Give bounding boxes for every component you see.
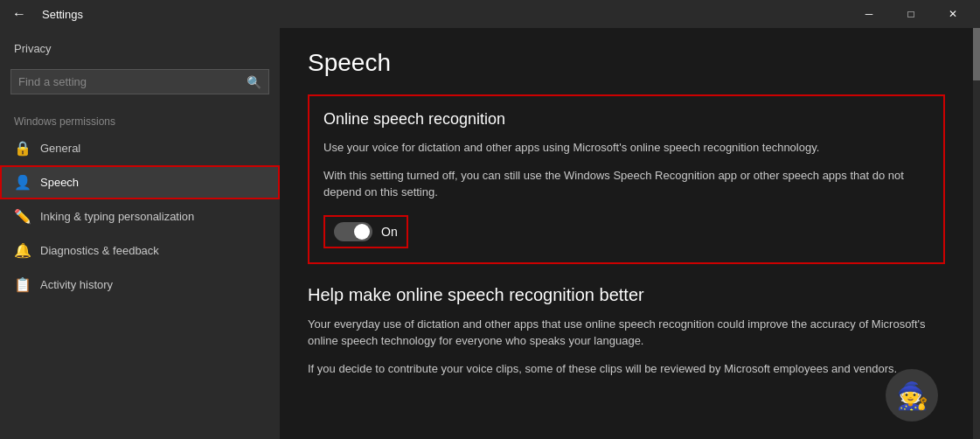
sidebar-item-label-diagnostics: Diagnostics & feedback	[40, 244, 159, 257]
close-button[interactable]: ✕	[933, 0, 973, 28]
sidebar-item-label-activity: Activity history	[40, 278, 113, 291]
back-button[interactable]: ←	[7, 6, 31, 22]
mascot: 🧙	[886, 369, 938, 422]
section-desc-1: Use your voice for dictation and other a…	[323, 139, 929, 157]
content-wrapper: Speech Online speech recognition Use you…	[280, 28, 980, 439]
page-title: Speech	[308, 49, 945, 77]
sidebar-item-label-inking: Inking & typing personalization	[40, 210, 194, 223]
scrollbar-track[interactable]	[973, 28, 980, 439]
windows-permissions-label: Windows permissions	[0, 108, 280, 131]
search-icon: 🔍	[240, 75, 268, 89]
sidebar-item-diagnostics[interactable]: 🔔 Diagnostics & feedback	[0, 233, 280, 268]
speech-icon: 👤	[14, 174, 30, 191]
activity-icon: 📋	[14, 276, 30, 293]
toggle-label: On	[381, 225, 398, 239]
help-desc-2: If you decide to contribute your voice c…	[308, 360, 945, 378]
titlebar: ← Settings ─ □ ✕	[0, 0, 980, 28]
sidebar-item-general[interactable]: 🔒 General	[0, 131, 280, 165]
minimize-button[interactable]: ─	[849, 0, 889, 28]
help-section-title: Help make online speech recognition bett…	[308, 285, 945, 305]
inking-icon: ✏️	[14, 208, 30, 225]
section-title-speech: Online speech recognition	[323, 110, 929, 129]
help-desc-1: Your everyday use of dictation and other…	[308, 316, 945, 350]
toggle-row[interactable]: On	[323, 215, 408, 248]
window-controls: ─ □ ✕	[849, 0, 973, 28]
content-area: Speech Online speech recognition Use you…	[280, 28, 973, 439]
general-icon: 🔒	[14, 140, 30, 157]
sidebar-item-activity[interactable]: 📋 Activity history	[0, 268, 280, 302]
maximize-button[interactable]: □	[891, 0, 931, 28]
sidebar-item-label-speech: Speech	[40, 176, 79, 189]
sidebar-item-label-general: General	[40, 142, 80, 155]
scrollbar-thumb[interactable]	[973, 28, 980, 80]
search-input[interactable]	[11, 70, 240, 94]
sidebar: Privacy 🔍 Windows permissions 🔒 General …	[0, 28, 280, 439]
main-layout: Privacy 🔍 Windows permissions 🔒 General …	[0, 28, 980, 439]
diagnostics-icon: 🔔	[14, 242, 30, 259]
sidebar-item-speech[interactable]: 👤 Speech	[0, 165, 280, 199]
sidebar-section-privacy: Privacy	[0, 28, 280, 62]
mascot-image: 🧙	[886, 369, 938, 422]
app-title: Settings	[42, 8, 83, 21]
section-desc-2: With this setting turned off, you can st…	[323, 167, 929, 201]
online-speech-section: Online speech recognition Use your voice…	[308, 94, 945, 264]
toggle-knob	[354, 224, 370, 240]
sidebar-item-inking[interactable]: ✏️ Inking & typing personalization	[0, 199, 280, 233]
search-box[interactable]: 🔍	[10, 69, 269, 94]
speech-toggle[interactable]	[334, 222, 372, 241]
